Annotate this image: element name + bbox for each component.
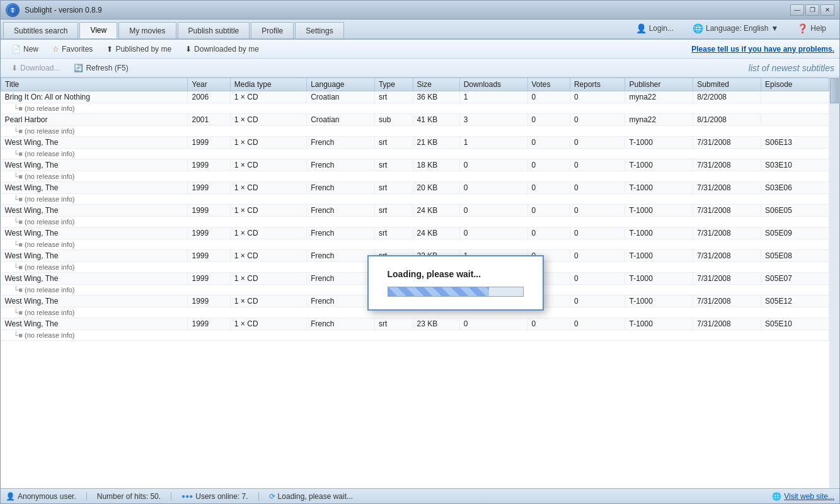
downloaded-button[interactable]: ⬇ Downloaded by me bbox=[180, 42, 265, 57]
login-button[interactable]: 👤 Login... bbox=[630, 21, 679, 36]
loading-overlay: Loading, please wait... bbox=[367, 255, 544, 311]
cell-type: srt bbox=[374, 318, 413, 330]
table-container: Title Year Media type Language Type Size… bbox=[1, 77, 839, 488]
table-row-sub: └■ (no release info) bbox=[1, 126, 829, 137]
cell-language: Croatian bbox=[307, 114, 375, 126]
cell-title: West Wing, The bbox=[1, 182, 188, 194]
col-reports[interactable]: Reports bbox=[570, 78, 625, 91]
minimize-button[interactable]: — bbox=[790, 4, 804, 16]
col-language[interactable]: Language bbox=[307, 78, 375, 91]
restore-button[interactable]: ❐ bbox=[805, 4, 819, 16]
language-button[interactable]: 🌐 Language: English ▼ bbox=[687, 21, 784, 36]
cell-episode: S05E12 bbox=[761, 295, 829, 307]
table-row[interactable]: Pearl Harbor20011 × CDCroatiansub41 KB30… bbox=[1, 114, 829, 126]
col-type[interactable]: Type bbox=[374, 78, 413, 91]
table-row[interactable]: West Wing, The19991 × CDFrenchsrt21 KB10… bbox=[1, 137, 829, 149]
cell-reports: 0 bbox=[570, 318, 625, 330]
cell-release-info: └■ (no release info) bbox=[1, 330, 829, 341]
table-row[interactable]: West Wing, The19991 × CDFrenchsrt23 KB00… bbox=[1, 318, 829, 330]
upload-icon: ⬆ bbox=[106, 45, 113, 54]
cell-size: 18 KB bbox=[413, 159, 459, 171]
download-button[interactable]: ⬇ Download... bbox=[6, 60, 66, 76]
cell-media_type: 1 × CD bbox=[230, 205, 306, 217]
cell-language: French bbox=[307, 250, 375, 262]
cell-language: French bbox=[307, 205, 375, 217]
cell-size: 24 KB bbox=[413, 227, 459, 239]
cell-episode: S05E07 bbox=[761, 273, 829, 285]
cell-language: Croatian bbox=[307, 91, 375, 103]
cell-reports: 0 bbox=[570, 159, 625, 171]
problem-link[interactable]: Please tell us if you have any problems. bbox=[691, 45, 834, 54]
cell-type: srt bbox=[374, 205, 413, 217]
online-icon: ●●● bbox=[181, 493, 193, 500]
cell-reports: 0 bbox=[570, 295, 625, 307]
published-button[interactable]: ⬆ Published by me bbox=[101, 42, 177, 57]
col-publisher[interactable]: Publisher bbox=[625, 78, 693, 91]
progress-fill bbox=[388, 287, 490, 296]
scrollbar-thumb[interactable] bbox=[830, 78, 839, 103]
status-online: ●●● Users online: 7. bbox=[181, 492, 248, 501]
cell-media_type: 1 × CD bbox=[230, 91, 306, 103]
new-button[interactable]: 📄 New bbox=[6, 42, 44, 57]
table-row[interactable]: West Wing, The19991 × CDFrenchsrt20 KB00… bbox=[1, 182, 829, 194]
table-row-sub: └■ (no release info) bbox=[1, 330, 829, 341]
cell-media_type: 1 × CD bbox=[230, 250, 306, 262]
cell-reports: 0 bbox=[570, 250, 625, 262]
cell-type: srt bbox=[374, 182, 413, 194]
tab-subtitles-search[interactable]: Subtitles search bbox=[3, 22, 78, 38]
col-submitted[interactable]: Submited bbox=[693, 78, 761, 91]
tab-publish-subtitle[interactable]: Publish subtitle bbox=[178, 22, 250, 38]
tab-view[interactable]: View bbox=[79, 22, 117, 38]
cell-year: 1999 bbox=[188, 227, 230, 239]
col-episode[interactable]: Episode bbox=[761, 78, 829, 91]
table-row[interactable]: Bring It On: All or Nothing20061 × CDCro… bbox=[1, 91, 829, 103]
progress-bar bbox=[388, 287, 524, 297]
help-button[interactable]: ❓ Help bbox=[791, 21, 832, 36]
cell-year: 1999 bbox=[188, 137, 230, 149]
cell-episode bbox=[761, 114, 829, 126]
col-downloads[interactable]: Downloads bbox=[459, 78, 527, 91]
cell-votes: 0 bbox=[527, 91, 570, 103]
cell-type: srt bbox=[374, 137, 413, 149]
table-row[interactable]: West Wing, The19991 × CDFrenchsrt24 KB00… bbox=[1, 227, 829, 239]
refresh-button[interactable]: 🔄 Refresh (F5) bbox=[68, 60, 134, 76]
cell-downloads: 0 bbox=[459, 227, 527, 239]
col-year[interactable]: Year bbox=[188, 78, 230, 91]
tab-settings[interactable]: Settings bbox=[295, 22, 343, 38]
cell-year: 1999 bbox=[188, 250, 230, 262]
favorites-button[interactable]: ☆ Favorites bbox=[47, 42, 98, 57]
cell-reports: 0 bbox=[570, 137, 625, 149]
cell-release-info: └■ (no release info) bbox=[1, 149, 829, 159]
cell-votes: 0 bbox=[527, 318, 570, 330]
cell-downloads: 0 bbox=[459, 182, 527, 194]
col-votes[interactable]: Votes bbox=[527, 78, 570, 91]
cell-downloads: 0 bbox=[459, 159, 527, 171]
col-media-type[interactable]: Media type bbox=[230, 78, 306, 91]
table-row[interactable]: West Wing, The19991 × CDFrenchsrt24 KB00… bbox=[1, 205, 829, 217]
status-loading: ⟳ Loading, please wait... bbox=[269, 492, 353, 501]
svg-point-1 bbox=[11, 10, 14, 13]
tab-my-movies[interactable]: My movies bbox=[118, 22, 176, 38]
cell-submitted: 7/31/2008 bbox=[693, 295, 761, 307]
cell-publisher: T-1000 bbox=[625, 205, 693, 217]
cell-type: srt bbox=[374, 227, 413, 239]
cell-language: French bbox=[307, 227, 375, 239]
cell-language: French bbox=[307, 182, 375, 194]
col-size[interactable]: Size bbox=[413, 78, 459, 91]
sec-toolbar-left: ⬇ Download... 🔄 Refresh (F5) bbox=[6, 60, 134, 76]
visit-link[interactable]: Visit web site... bbox=[784, 492, 834, 501]
tab-profile[interactable]: Profile bbox=[251, 22, 294, 38]
cell-size: 36 KB bbox=[413, 91, 459, 103]
status-bar: 👤 Anonymous user. Number of hits: 50. ●●… bbox=[1, 488, 839, 503]
close-button[interactable]: ✕ bbox=[820, 4, 834, 16]
title-bar-left: Sublight - version 0.8.9 bbox=[6, 3, 102, 17]
cell-size: 41 KB bbox=[413, 114, 459, 126]
cell-year: 1999 bbox=[188, 318, 230, 330]
vertical-scrollbar[interactable] bbox=[829, 77, 839, 488]
download-icon: ⬇ bbox=[185, 45, 192, 54]
col-title[interactable]: Title bbox=[1, 78, 188, 91]
table-header-row: Title Year Media type Language Type Size… bbox=[1, 78, 829, 91]
cell-submitted: 7/31/2008 bbox=[693, 318, 761, 330]
cell-release-info: └■ (no release info) bbox=[1, 217, 829, 227]
table-row[interactable]: West Wing, The19991 × CDFrenchsrt18 KB00… bbox=[1, 159, 829, 171]
